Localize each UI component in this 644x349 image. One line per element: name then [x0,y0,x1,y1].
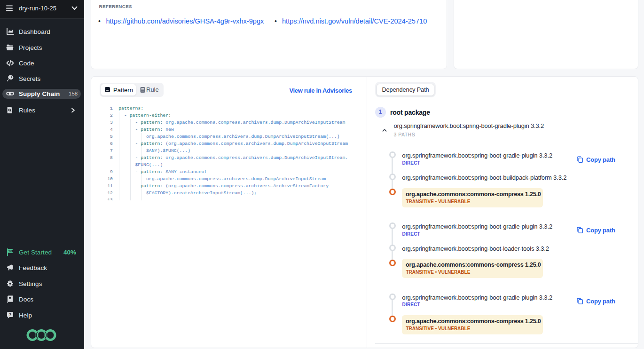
svg-text:?: ? [9,312,12,317]
